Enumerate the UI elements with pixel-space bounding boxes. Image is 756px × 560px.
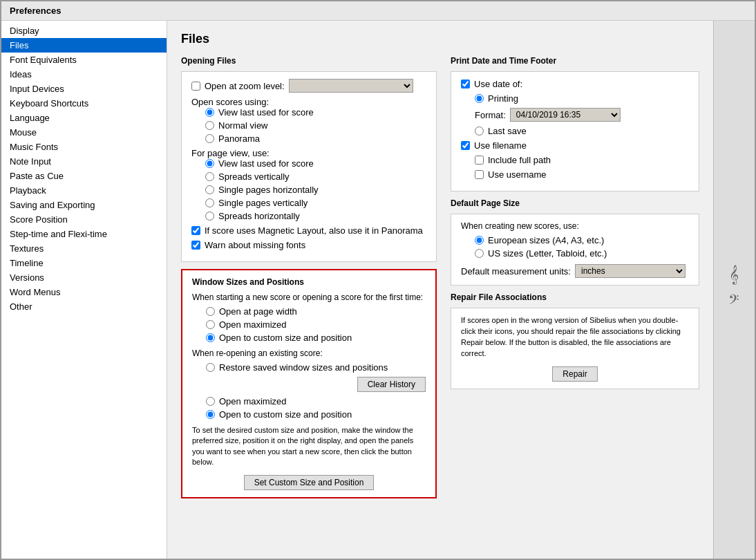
use-filename-row: Use filename xyxy=(461,140,689,151)
printing-label: Printing xyxy=(488,93,518,104)
clear-history-row: Clear History xyxy=(192,377,426,392)
sidebar: DisplayFilesFont EquivalentsIdeasInput D… xyxy=(1,21,167,559)
new-score-subtitle: When starting a new score or opening a s… xyxy=(192,292,426,302)
us-sizes-radio[interactable] xyxy=(475,249,484,258)
european-row: European sizes (A4, A3, etc.) xyxy=(475,235,689,245)
open-scores-option-1: Normal view xyxy=(205,120,426,131)
format-label: Format: xyxy=(475,110,506,120)
ws-reopen-radio-2[interactable] xyxy=(206,410,215,419)
music-strip: 𝄞 𝄢 xyxy=(713,21,755,559)
printing-row: Printing xyxy=(475,93,689,104)
sidebar-item-word-menus[interactable]: Word Menus xyxy=(1,285,167,299)
page-view-label-row: For page view, use: xyxy=(191,148,426,158)
clear-history-button[interactable]: Clear History xyxy=(357,377,426,392)
window-sizes-box: Window Sizes and Positions When starting… xyxy=(181,269,437,498)
preferences-window: Preferences DisplayFilesFont Equivalents… xyxy=(0,0,756,560)
sidebar-item-mouse[interactable]: Mouse xyxy=(1,125,167,140)
open-scores-radio-0[interactable] xyxy=(205,108,214,117)
pv-label-2: Single pages horizontally xyxy=(218,185,319,195)
set-custom-button[interactable]: Set Custom Size and Position xyxy=(244,475,375,490)
sidebar-item-other[interactable]: Other xyxy=(1,299,167,314)
repair-btn-row: Repair xyxy=(461,366,689,382)
sidebar-item-score-position[interactable]: Score Position xyxy=(1,212,167,227)
sidebar-item-versions[interactable]: Versions xyxy=(1,270,167,285)
printing-radio[interactable] xyxy=(475,94,484,103)
sidebar-item-textures[interactable]: Textures xyxy=(1,241,167,256)
open-scores-radio-1[interactable] xyxy=(205,121,214,130)
repair-box: If scores open in the wrong version of S… xyxy=(451,308,699,389)
include-full-path-row: Include full path xyxy=(475,155,689,165)
repair-button[interactable]: Repair xyxy=(552,366,597,382)
sidebar-item-input-devices[interactable]: Input Devices xyxy=(1,82,167,96)
pv-option-0: View last used for score xyxy=(205,158,426,169)
open-scores-label-2: Panorama xyxy=(218,133,260,144)
window-sizes-title: Window Sizes and Positions xyxy=(192,277,426,287)
pv-label-3: Single pages vertically xyxy=(218,198,308,208)
pv-radio-2[interactable] xyxy=(205,185,214,194)
use-filename-checkbox[interactable] xyxy=(461,141,470,150)
us-sizes-label: US sizes (Letter, Tabloid, etc.) xyxy=(488,248,607,259)
ws-new-label-2: Open to custom size and position xyxy=(219,333,352,343)
default-page-box: When creating new scores, use: European … xyxy=(451,214,699,286)
sidebar-item-music-fonts[interactable]: Music Fonts xyxy=(1,140,167,154)
ws-new-label-1: Open maximized xyxy=(219,319,287,330)
sidebar-item-ideas[interactable]: Ideas xyxy=(1,67,167,82)
ws-new-2: Open to custom size and position xyxy=(206,333,426,343)
open-scores-label-1: Normal view xyxy=(218,120,268,131)
new-scores-label: When creating new scores, use: xyxy=(461,221,689,231)
reopen-subtitle: When re-opening an existing score: xyxy=(192,348,426,358)
ws-reopen-radio-0[interactable] xyxy=(206,363,215,372)
sidebar-item-playback[interactable]: Playback xyxy=(1,183,167,198)
sidebar-item-paste-as-cue[interactable]: Paste as Cue xyxy=(1,169,167,183)
pv-radio-1[interactable] xyxy=(205,172,214,181)
open-scores-option-2: Panorama xyxy=(205,133,426,144)
ws-reopen-label-1: Open maximized xyxy=(219,396,287,407)
open-zoom-checkbox[interactable] xyxy=(191,82,200,91)
ws-reopen-label-2: Open to custom size and position xyxy=(219,409,352,420)
warn-fonts-label: Warn about missing fonts xyxy=(205,240,305,250)
ws-new-radio-2[interactable] xyxy=(206,333,215,342)
open-scores-radio-2[interactable] xyxy=(205,134,214,143)
magnetic-layout-row: If score uses Magnetic Layout, also use … xyxy=(191,225,426,236)
use-date-checkbox[interactable] xyxy=(461,80,470,88)
left-column: Opening Files Open at zoom level: xyxy=(181,56,437,498)
european-radio[interactable] xyxy=(475,236,484,245)
open-scores-label: Open scores using: xyxy=(191,97,269,107)
magnetic-layout-checkbox[interactable] xyxy=(191,226,200,235)
print-footer-box: Use date of: Printing Format: 04/10/2019… xyxy=(451,71,699,192)
open-scores-label-0: View last used for score xyxy=(218,107,314,118)
ws-new-radio-0[interactable] xyxy=(206,307,215,316)
european-label: European sizes (A4, A3, etc.) xyxy=(488,235,604,245)
use-date-label: Use date of: xyxy=(474,79,522,89)
pv-radio-4[interactable] xyxy=(205,212,214,221)
sidebar-item-font-equivalents[interactable]: Font Equivalents xyxy=(1,53,167,67)
pv-radio-0[interactable] xyxy=(205,159,214,168)
use-username-checkbox[interactable] xyxy=(475,170,484,179)
sidebar-item-files[interactable]: Files xyxy=(1,38,167,53)
ws-new-radio-1[interactable] xyxy=(206,320,215,329)
pv-label-0: View last used for score xyxy=(218,158,314,169)
repair-title: Repair File Associations xyxy=(451,292,699,302)
sidebar-item-language[interactable]: Language xyxy=(1,111,167,125)
sidebar-item-saving-and-exporting[interactable]: Saving and Exporting xyxy=(1,198,167,212)
sidebar-item-display[interactable]: Display xyxy=(1,24,167,38)
open-zoom-row: Open at zoom level: xyxy=(191,79,426,93)
use-username-label: Use username xyxy=(488,169,547,180)
zoom-dropdown[interactable] xyxy=(289,79,413,93)
sidebar-item-step-time-flexi[interactable]: Step-time and Flexi-time xyxy=(1,227,167,241)
sidebar-item-keyboard-shortcuts[interactable]: Keyboard Shortcuts xyxy=(1,96,167,111)
last-save-radio[interactable] xyxy=(475,127,484,136)
warn-fonts-checkbox[interactable] xyxy=(191,241,200,250)
ws-new-label-0: Open at page width xyxy=(219,306,297,317)
format-dropdown[interactable]: 04/10/2019 16:35 xyxy=(510,108,621,122)
ws-reopen-radio-1[interactable] xyxy=(206,397,215,406)
ws-new-1: Open maximized xyxy=(206,319,426,330)
us-sizes-row: US sizes (Letter, Tabloid, etc.) xyxy=(475,248,689,259)
sidebar-item-timeline[interactable]: Timeline xyxy=(1,256,167,270)
pv-radio-3[interactable] xyxy=(205,198,214,207)
measurement-dropdown[interactable]: inches mm cm points xyxy=(575,264,686,278)
opening-files-title: Opening Files xyxy=(181,56,437,66)
sidebar-item-note-input[interactable]: Note Input xyxy=(1,154,167,169)
include-full-path-checkbox[interactable] xyxy=(475,156,484,165)
open-zoom-label: Open at zoom level: xyxy=(205,81,285,91)
